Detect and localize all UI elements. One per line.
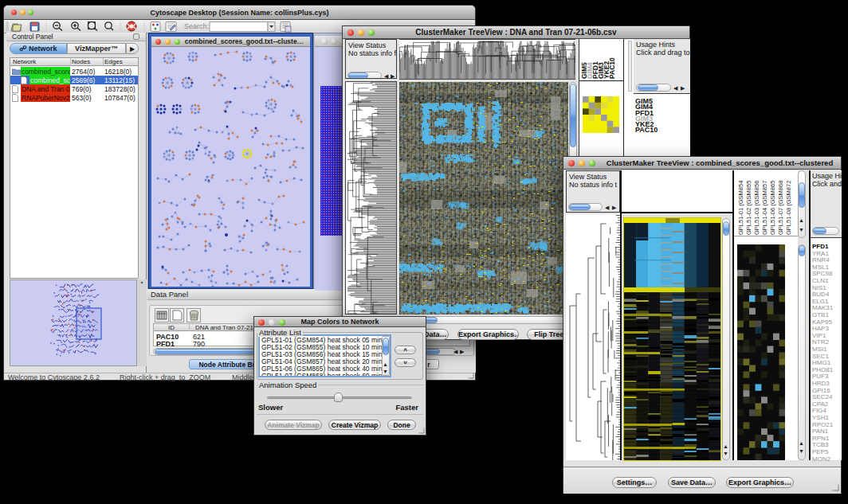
svg-text:GPL51-08 (GSM872: GPL51-08 (GSM872 bbox=[785, 181, 792, 235]
svg-text:GPL51-02 (GSM855: GPL51-02 (GSM855 bbox=[745, 181, 752, 235]
svg-text:GPL51-01 (GSM854: GPL51-01 (GSM854 bbox=[737, 181, 744, 235]
svg-text:PAC10: PAC10 bbox=[608, 57, 616, 79]
svg-text:GPL51-07 (GSM868: GPL51-07 (GSM868 bbox=[777, 181, 784, 235]
svg-text:GPL51-04 (GSM857: GPL51-04 (GSM857 bbox=[761, 181, 768, 235]
svg-text:Search:: Search: bbox=[184, 22, 209, 30]
svg-text:GPL51-06 (GSM865: GPL51-06 (GSM865 bbox=[769, 181, 776, 235]
svg-text:GPL51-03 (GSM856: GPL51-03 (GSM856 bbox=[753, 181, 760, 235]
